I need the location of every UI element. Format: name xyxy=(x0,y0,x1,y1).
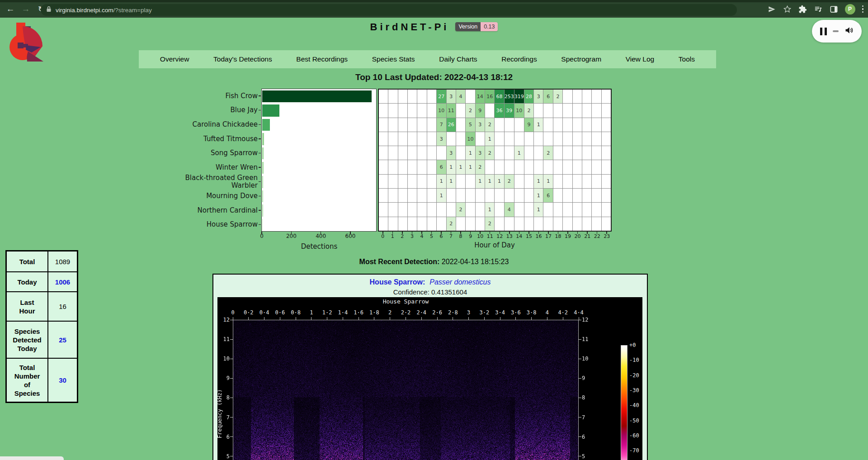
most-recent-label: Most Recent Detection: xyxy=(359,258,440,266)
spectrogram-title: House Sparrow xyxy=(233,298,579,305)
spec-time-tick: 3 xyxy=(467,309,470,316)
header: BirdNET-Pi Version 0.13 xyxy=(0,21,868,33)
heatmap-cell xyxy=(553,160,562,174)
nav-item-view-log[interactable]: View Log xyxy=(626,55,654,63)
nav-item-spectrogram[interactable]: Spectrogram xyxy=(561,55,601,63)
heatmap-cell xyxy=(398,104,407,117)
spec-time-tick: 4·2 xyxy=(558,309,568,316)
stats-value-total-number-of-species[interactable]: 30 xyxy=(48,359,77,402)
spec-time-tick: 1·4 xyxy=(338,309,348,316)
heatmap-cell xyxy=(408,217,417,231)
heatmap-cell: 10 xyxy=(514,104,524,117)
spec-time-tick: 0·8 xyxy=(291,309,301,316)
heatmap-cell: 9 xyxy=(476,104,485,117)
heatmap-cell xyxy=(427,146,436,160)
heatmap-cell xyxy=(485,160,494,174)
version-label: Version xyxy=(455,22,481,31)
seek-bar[interactable] xyxy=(833,30,839,33)
heatmap-cell: 1 xyxy=(495,175,504,188)
heatmap-cell xyxy=(408,175,417,188)
spec-freq-tick-left: 5 xyxy=(219,453,230,460)
detection-bar xyxy=(262,204,264,216)
spec-time-tick: 4·4 xyxy=(574,309,584,316)
hour-axis-tick: 18 xyxy=(555,233,561,239)
browser-menu-icon[interactable] xyxy=(862,5,864,13)
nav-item-species-stats[interactable]: Species Stats xyxy=(372,55,415,63)
heatmap-cell xyxy=(592,189,601,202)
heatmap-cell xyxy=(476,132,485,146)
url-path: /?stream=play xyxy=(113,7,152,14)
bar-axis-tick: 400 xyxy=(316,233,326,239)
heatmap-cell xyxy=(456,118,465,132)
browser-forward-button[interactable]: → xyxy=(20,3,32,15)
heatmap-cell xyxy=(388,160,397,174)
pause-icon[interactable] xyxy=(820,28,827,35)
heatmap-cell xyxy=(417,217,426,231)
heatmap-cell xyxy=(495,146,504,160)
detection-bar xyxy=(262,90,372,102)
heatmap-cell xyxy=(573,217,582,231)
browser-back-button[interactable]: ← xyxy=(5,3,16,15)
heatmap-cell: 2 xyxy=(466,104,475,117)
stats-value-species-detected-today[interactable]: 25 xyxy=(48,322,77,358)
species-label: House Sparrow xyxy=(163,221,258,228)
profile-avatar[interactable]: P xyxy=(845,4,855,14)
heatmap-cell xyxy=(582,203,591,216)
heatmap-cell xyxy=(573,118,582,132)
heatmap-cell xyxy=(602,217,611,231)
spec-freq-tick-left: 10 xyxy=(219,356,230,362)
spec-time-tick: 1 xyxy=(310,309,313,316)
nav-item-best-recordings[interactable]: Best Recordings xyxy=(296,55,348,63)
heatmap-cell xyxy=(388,132,397,146)
hour-axis-tick: 3 xyxy=(410,233,414,239)
stats-row-last-hour: Last Hour16 xyxy=(7,292,77,322)
spec-colorbar-tick: +0 xyxy=(629,342,636,348)
send-icon[interactable] xyxy=(768,5,776,14)
extensions-puzzle-icon[interactable] xyxy=(798,5,807,14)
heatmap-cell xyxy=(417,189,426,202)
spec-colorbar-tick: -10 xyxy=(629,357,639,363)
bookmark-star-icon[interactable] xyxy=(783,5,792,14)
top10-heading: Top 10 Last Updated: 2022-04-13 18:12 xyxy=(0,72,868,82)
heatmap-cell: 1 xyxy=(514,146,524,160)
stats-value-today[interactable]: 1006 xyxy=(48,272,77,291)
heatmap-cell xyxy=(573,90,582,103)
nav-item-daily-charts[interactable]: Daily Charts xyxy=(439,55,477,63)
hour-axis-tick: 20 xyxy=(575,233,581,239)
spec-time-tick: 2·2 xyxy=(401,309,411,316)
heatmap-cell xyxy=(379,175,388,188)
heatmap-cell xyxy=(582,118,591,132)
stats-label: Today xyxy=(7,272,48,291)
species-label: Winter Wren xyxy=(163,164,258,171)
spec-colorbar-tick: -20 xyxy=(629,372,639,379)
nav-item-recordings[interactable]: Recordings xyxy=(501,55,537,63)
heatmap-cell xyxy=(476,203,485,216)
heatmap-cell xyxy=(427,160,436,174)
heatmap-grid: 2734141668253319283621011293639102726532… xyxy=(378,89,612,232)
nav-item-overview[interactable]: Overview xyxy=(160,55,189,63)
heatmap-cell xyxy=(417,203,426,216)
species-label: Mourning Dove xyxy=(163,192,258,200)
nav-item-today-s-detections[interactable]: Today's Detections xyxy=(213,55,272,63)
spec-colorbar-tick: -60 xyxy=(629,432,639,439)
spec-freq-tick-left: 12 xyxy=(219,317,230,323)
heatmap-cell xyxy=(466,189,475,202)
heatmap-cell xyxy=(456,132,465,146)
volume-icon[interactable] xyxy=(844,26,854,37)
spec-time-tick: 0·2 xyxy=(244,309,254,316)
heatmap-cell: 5 xyxy=(466,118,475,132)
playlist-icon[interactable] xyxy=(814,5,823,14)
audio-player[interactable] xyxy=(812,20,862,43)
heatmap-cell: 3 xyxy=(476,146,485,160)
heatmap-cell xyxy=(427,203,436,216)
nav-item-tools[interactable]: Tools xyxy=(679,55,695,63)
heatmap-cell xyxy=(379,146,388,160)
spec-freq-tick-right: 6 xyxy=(582,434,593,440)
heatmap-cell xyxy=(602,146,611,160)
detection-common-name[interactable]: House Sparrow: xyxy=(370,278,425,286)
heatmap-cell xyxy=(447,189,456,202)
address-bar[interactable]: virginia.birdnetpi.com/?stream=play xyxy=(41,4,737,16)
browser-toolbar: ← → ↻ virginia.birdnetpi.com/?stream=pla… xyxy=(0,0,868,18)
side-panel-icon[interactable] xyxy=(830,5,838,14)
heatmap-cell xyxy=(476,217,485,231)
